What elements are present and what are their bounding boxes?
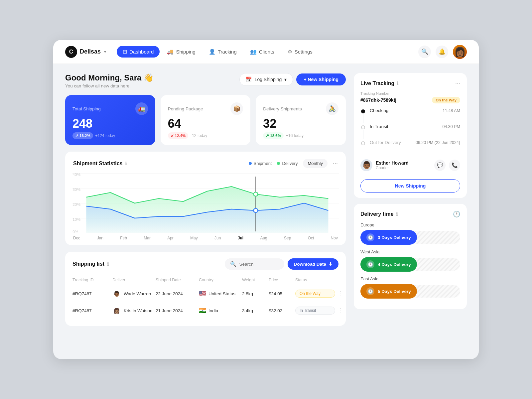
monthly-button[interactable]: Monthly [303,159,328,168]
step-delivery-indicator [360,140,366,145]
nav-item-settings[interactable]: ⚙ Settings [282,46,319,58]
search-icon: 🔍 [421,48,428,55]
tracking-number-value: #867dhk-7589ktj [360,97,396,103]
clock-pill-icon-europe: 🕐 [366,233,374,241]
delivery-pill-east-asia: 🕐 5 Days Delivery [360,284,417,299]
search-input[interactable] [239,262,279,267]
total-shipping-badge-value: 16.2% [79,134,90,138]
download-data-button[interactable]: Download Data ⬇ [288,258,338,270]
chart-label-may: May [190,236,198,240]
pending-value: 64 [168,118,243,130]
nav-item-tracking[interactable]: 👤 Tracking [203,46,243,58]
delivery-time-title-row: Delivery time ℹ 🕐 [360,210,460,218]
delivery-value: 32 [263,118,338,130]
delivery-pill-label-west-asia: 4 Days Delivery [378,262,411,267]
stat-card-total: Total Shipping 🚛 248 ↗ 16.2% +124 today [65,95,155,145]
legend-delivery: Delivery [277,161,298,166]
row1-status-badge: On the Way [295,290,335,298]
search-button[interactable]: 🔍 [418,46,431,58]
courier-info: Esther Howard Courier [376,160,431,170]
svg-text:30%: 30% [72,188,80,191]
nav-label-dashboard: Dashboard [129,49,154,55]
delivery-time-card: Delivery time ℹ 🕐 Europe 🕐 3 Days Delive… [354,204,467,309]
delivery-bar-west-asia: 🕐 4 Days Delivery [360,257,460,272]
chart-label-jan: Jan [97,236,103,240]
table-row: #RQ7487 👨🏾 Wade Warren 22 June 2024 🇺🇸 U… [72,285,338,302]
col-status: Status [295,278,335,282]
step-transit: In Transit 04:30 PM [360,124,460,140]
delivery-pill-west-asia: 🕐 4 Days Delivery [360,257,417,272]
col-tracking-id: Tracking ID [72,278,112,282]
search-box[interactable]: 🔍 [225,258,284,270]
clock-icon: 🕐 [453,210,460,218]
nav-item-shipping[interactable]: 🚚 Shipping [161,46,201,58]
svg-text:10%: 10% [72,217,80,221]
row2-deliver-avatar: 👩🏽 [112,306,121,315]
col-country: Country [199,278,242,282]
call-button[interactable]: 📞 [449,160,460,171]
nav-label-clients: Clients [259,49,274,55]
row2-weight: 3.4kg [242,308,269,313]
nav-item-dashboard[interactable]: ⊞ Dashboard [117,46,160,58]
log-shipping-label: Log Shipping [255,77,282,82]
delivery-region-east-asia: East Asia 🕐 5 Days Delivery [360,276,460,299]
new-shipping-outline-button[interactable]: New Shipping [360,179,460,193]
step-transit-content: In Transit 04:30 PM [370,124,460,134]
row1-country: United Status [208,291,235,296]
left-panel: Good Morning, Sara 👋 You can follow all … [65,73,346,326]
pending-footer: ↙ 12.4% -12 today [168,132,243,139]
list-title-label: Shipping list [72,261,104,267]
greeting-subtitle: You can follow all new data here. [65,83,154,88]
live-tracking-label: Live Tracking [360,80,394,86]
logo-area[interactable]: C Delisas ▾ [65,46,106,58]
chart-info-icon[interactable]: ℹ [125,161,127,166]
delivery-pill-label-europe: 3 Days Delivery [378,235,411,240]
notifications-button[interactable]: 🔔 [436,46,448,58]
legend-label-delivery: Delivery [282,161,298,166]
row2-deliver-cell: 👩🏽 Kristin Watson [112,306,156,315]
chart-legend: Shipment Delivery Monthly ··· [249,159,338,168]
live-tracking-info-icon[interactable]: ℹ [397,81,398,86]
greeting-row: Good Morning, Sara 👋 You can follow all … [65,73,346,88]
table-header: Tracking ID Deliver Shipped Date Country… [72,275,338,285]
row1-menu[interactable]: ⋮ [335,290,345,297]
step-delivery: Out for Delivery 06:20 PM (22 Jun 2024) [360,140,460,150]
row2-country: India [208,308,218,313]
app-container: C Delisas ▾ ⊞ Dashboard 🚚 Shipping 👤 Tra… [53,40,479,359]
delivery-bar-bg-west-asia [414,258,460,271]
row2-tracking-id: #RQ7487 [72,308,112,313]
row1-shipped-date: 22 June 2024 [156,291,199,296]
row2-price: $32.02 [269,308,295,313]
avatar[interactable] [453,45,467,59]
download-data-label: Download Data [294,262,326,267]
pending-badge-value: 12.4% [175,134,186,138]
chart-more-icon[interactable]: ··· [333,160,338,167]
live-tracking-more-icon[interactable]: ··· [455,80,460,87]
chart-label-jun: Jun [214,236,221,240]
message-button[interactable]: 💬 [434,160,446,171]
log-shipping-button[interactable]: 📅 Log Shipping ▾ [239,73,293,86]
row2-menu[interactable]: ⋮ [335,307,345,314]
brand-name: Delisas [80,48,101,55]
chart-header: Shipment Statistics ℹ Shipment Delivery … [73,159,338,168]
list-info-icon[interactable]: ℹ [107,261,109,267]
pending-icon: 📦 [230,102,243,115]
courier-name: Esther Howard [376,160,431,166]
delivery-time-info-icon[interactable]: ℹ [396,211,398,217]
calendar-icon: 📅 [246,76,252,82]
col-price: Price [269,278,295,282]
nav-item-clients[interactable]: 👥 Clients [244,46,280,58]
arrow-up-icon: ↗ [75,133,78,138]
legend-dot-shipment [249,162,252,165]
new-shipping-button[interactable]: + New Shipping [296,73,346,85]
settings-nav-icon: ⚙ [288,49,292,55]
step-checking-content: Checking 11:48 AM [370,108,460,118]
step-dot-empty-delivery [361,141,365,145]
arrow-up-green-icon: ↗ [266,133,269,138]
courier-row: 👨🏾 Esther Howard Courier 💬 📞 [360,155,460,175]
dashboard-icon: ⊞ [123,49,127,55]
row1-flag: 🇺🇸 [199,290,206,297]
step-dot-empty-transit [361,125,365,129]
nav-links: ⊞ Dashboard 🚚 Shipping 👤 Tracking 👥 Clie… [117,46,418,58]
courier-avatar: 👨🏾 [360,159,372,171]
